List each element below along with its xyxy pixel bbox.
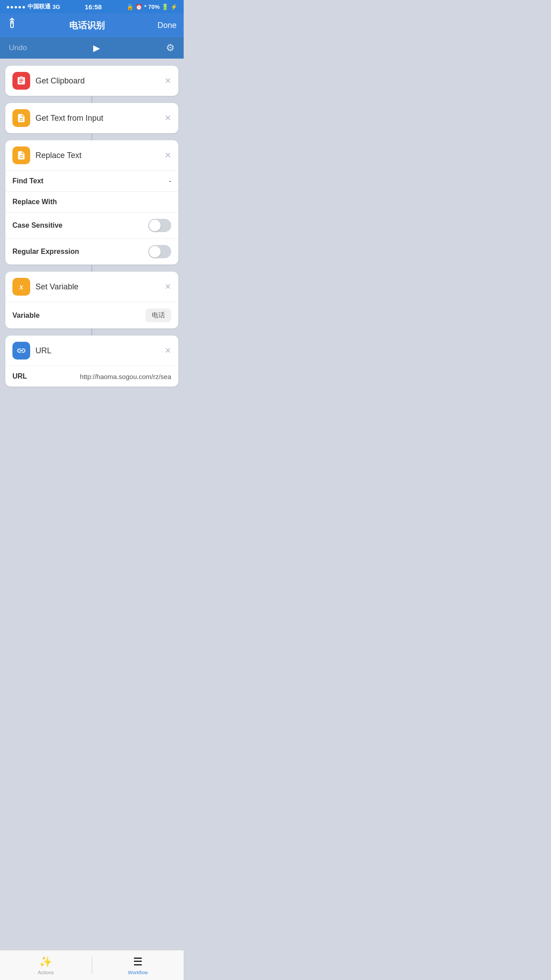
lock-icon: 🔒 xyxy=(126,4,134,10)
bluetooth-icon: * xyxy=(144,4,146,10)
settings-button[interactable]: ⚙ xyxy=(166,42,175,54)
card-get-text: Get Text from Input ✕ xyxy=(5,103,178,133)
card-header-replace-text: Replace Text ✕ xyxy=(5,140,178,170)
connector-2 xyxy=(91,133,92,140)
card-title-get-clipboard: Get Clipboard xyxy=(35,76,159,86)
card-replace-text: Replace Text ✕ Find Text - Replace With … xyxy=(5,140,178,265)
replace-with-label: Replace With xyxy=(12,198,57,206)
share-icon[interactable] xyxy=(7,18,17,33)
close-button-set-variable[interactable]: ✕ xyxy=(165,282,171,292)
alarm-icon: ⏰ xyxy=(135,4,142,10)
card-set-variable: x Set Variable ✕ Variable 电话 xyxy=(5,272,178,328)
card-url: URL ✕ URL http://haoma.sogou.com/rz/sea xyxy=(5,336,178,387)
url-value[interactable]: http://haoma.sogou.com/rz/sea xyxy=(80,373,171,380)
card-title-url: URL xyxy=(35,346,159,356)
regex-toggle[interactable] xyxy=(148,245,171,258)
network: 3G xyxy=(52,4,60,10)
find-text-row: Find Text - xyxy=(5,171,178,192)
toggle-knob xyxy=(149,220,161,231)
card-icon-replace-text xyxy=(12,146,30,164)
signal-dots: ●●●●● xyxy=(6,4,26,10)
card-icon-get-clipboard xyxy=(12,72,30,90)
url-row: URL http://haoma.sogou.com/rz/sea xyxy=(5,366,178,387)
workflow-content: Get Clipboard ✕ Get Text from Input ✕ Re… xyxy=(0,59,184,422)
regex-label: Regular Expression xyxy=(12,248,79,256)
status-right: 🔒 ⏰ * 70% 🔋 ⚡ xyxy=(126,4,177,10)
case-sensitive-row: Case Sensitive xyxy=(5,213,178,239)
close-button-url[interactable]: ✕ xyxy=(165,346,171,356)
status-bar: ●●●●● 中国联通 3G 16:58 🔒 ⏰ * 70% 🔋 ⚡ xyxy=(0,0,184,13)
card-header-set-variable: x Set Variable ✕ xyxy=(5,272,178,302)
case-sensitive-toggle[interactable] xyxy=(148,219,171,232)
replace-with-row: Replace With xyxy=(5,192,178,213)
run-button[interactable]: ▶ xyxy=(93,43,100,53)
page-title: 电话识别 xyxy=(69,20,105,32)
variable-value[interactable]: 电话 xyxy=(146,308,171,322)
card-body-url: URL http://haoma.sogou.com/rz/sea xyxy=(5,366,178,387)
find-text-label: Find Text xyxy=(12,177,43,185)
card-header-get-text: Get Text from Input ✕ xyxy=(5,103,178,133)
close-button-replace-text[interactable]: ✕ xyxy=(165,150,171,160)
carrier: 中国联通 xyxy=(28,3,51,11)
card-icon-set-variable: x xyxy=(12,278,30,296)
battery-icon: 🔋 xyxy=(161,4,169,10)
time: 16:58 xyxy=(85,3,102,11)
toolbar: Undo ▶ ⚙ xyxy=(0,37,184,59)
close-button-get-clipboard[interactable]: ✕ xyxy=(165,76,171,86)
variable-label: Variable xyxy=(12,312,39,320)
card-body-set-variable: Variable 电话 xyxy=(5,302,178,328)
connector-3 xyxy=(91,265,92,272)
find-text-value[interactable]: - xyxy=(169,177,171,185)
toggle-knob-regex xyxy=(149,246,161,257)
close-button-get-text[interactable]: ✕ xyxy=(165,113,171,123)
card-body-replace-text: Find Text - Replace With Case Sensitive … xyxy=(5,170,178,265)
connector-4 xyxy=(91,328,92,336)
variable-row: Variable 电话 xyxy=(5,302,178,328)
done-button[interactable]: Done xyxy=(157,21,177,30)
card-icon-get-text xyxy=(12,109,30,127)
connector-1 xyxy=(91,96,92,103)
regex-row: Regular Expression xyxy=(5,239,178,265)
card-header-get-clipboard: Get Clipboard ✕ xyxy=(5,66,178,96)
card-title-get-text: Get Text from Input xyxy=(35,114,159,123)
case-sensitive-label: Case Sensitive xyxy=(12,221,63,229)
card-title-replace-text: Replace Text xyxy=(35,151,159,160)
undo-button[interactable]: Undo xyxy=(9,43,27,52)
card-get-clipboard: Get Clipboard ✕ xyxy=(5,66,178,96)
card-header-url: URL ✕ xyxy=(5,336,178,366)
charging-icon: ⚡ xyxy=(170,4,177,10)
battery-percent: 70% xyxy=(148,4,160,10)
status-left: ●●●●● 中国联通 3G xyxy=(6,3,60,11)
card-title-set-variable: Set Variable xyxy=(35,282,159,292)
card-icon-url xyxy=(12,342,30,360)
nav-bar: 电话识别 Done xyxy=(0,13,184,37)
url-label: URL xyxy=(12,372,27,380)
